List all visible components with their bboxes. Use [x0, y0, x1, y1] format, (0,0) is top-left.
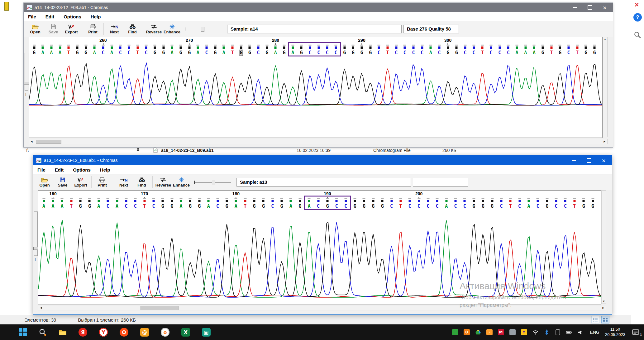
- base-call[interactable]: C: [408, 203, 411, 209]
- menu-options[interactable]: Options: [64, 14, 81, 19]
- print-button[interactable]: Print: [84, 24, 102, 34]
- maximize-button[interactable]: [588, 5, 592, 10]
- base-call[interactable]: A: [445, 203, 448, 209]
- open-button[interactable]: Open: [36, 177, 54, 187]
- base-call[interactable]: C: [498, 50, 501, 56]
- base-call[interactable]: A: [116, 203, 118, 209]
- save-button[interactable]: Save: [54, 177, 72, 187]
- base-call[interactable]: C: [438, 50, 441, 56]
- base-call[interactable]: C: [205, 50, 208, 56]
- base-call[interactable]: T: [136, 50, 139, 56]
- base-call[interactable]: G: [593, 50, 596, 56]
- base-call[interactable]: A: [207, 203, 210, 209]
- tray-orange-zero-icon[interactable]: 0: [464, 329, 470, 335]
- scroll-left-arrow[interactable]: ◄: [38, 305, 44, 310]
- base-call[interactable]: C: [403, 50, 406, 56]
- scroll-left-arrow[interactable]: ◄: [29, 139, 34, 144]
- language-indicator[interactable]: ENG: [590, 330, 599, 335]
- vertical-scrollbar[interactable]: ▲: [603, 37, 608, 137]
- base-call[interactable]: C: [119, 50, 122, 56]
- base-call[interactable]: G: [482, 203, 484, 209]
- find-button[interactable]: Find: [123, 24, 141, 34]
- vertical-scale-slider[interactable]: [34, 211, 38, 256]
- base-call[interactable]: G: [559, 50, 561, 56]
- base-call[interactable]: G: [360, 50, 363, 56]
- base-call[interactable]: G: [84, 50, 87, 56]
- base-call[interactable]: C: [271, 203, 274, 209]
- tray-green-icon[interactable]: [452, 329, 458, 335]
- titlebar[interactable]: a13_14-02-23-12_E08.ab1 - Chromas ×: [33, 155, 612, 165]
- base-call[interactable]: G: [179, 50, 182, 56]
- base-call[interactable]: G: [491, 203, 494, 209]
- chromatogram-panel[interactable]: 160170180190200 AAATGGACACCTCGGAGGACGATG…: [38, 190, 601, 304]
- scroll-right-arrow[interactable]: ►: [602, 139, 607, 144]
- base-call[interactable]: A: [93, 50, 96, 56]
- base-call[interactable]: G: [283, 50, 285, 56]
- explorer-file-row[interactable]: I\ a18_14-02-23-12_B09.ab1 16.02.2023 16…: [0, 147, 631, 155]
- tablet-icon[interactable]: [555, 329, 561, 335]
- base-call[interactable]: T: [481, 50, 484, 56]
- base-call[interactable]: T: [231, 50, 234, 56]
- base-call[interactable]: G: [88, 203, 91, 209]
- base-call[interactable]: T: [573, 203, 576, 209]
- base-call[interactable]: G: [189, 203, 192, 209]
- base-call[interactable]: A: [180, 203, 183, 209]
- base-call[interactable]: C: [421, 50, 423, 56]
- base-call[interactable]: T: [509, 203, 512, 209]
- base-call[interactable]: C: [125, 203, 127, 209]
- base-call[interactable]: C: [490, 50, 493, 56]
- file-explorer-button[interactable]: [59, 328, 67, 336]
- menu-help[interactable]: Help: [91, 14, 101, 19]
- base-call[interactable]: G: [298, 203, 301, 209]
- base-call[interactable]: C: [216, 203, 219, 209]
- menu-edit[interactable]: Edit: [45, 14, 54, 19]
- base-call[interactable]: T: [70, 203, 73, 209]
- base-call[interactable]: A: [524, 50, 527, 56]
- menu-file[interactable]: File: [37, 167, 45, 172]
- base-call[interactable]: C: [518, 203, 521, 209]
- tray-yellow-icon[interactable]: Y: [521, 329, 527, 335]
- base-call[interactable]: G: [198, 203, 201, 209]
- trace-zoom-slider[interactable]: [185, 26, 222, 32]
- base-call[interactable]: G: [214, 50, 217, 56]
- base-call[interactable]: G: [472, 203, 475, 209]
- base-call[interactable]: C: [555, 203, 558, 209]
- chromatogram-panel[interactable]: 260270280290300 GAAATGGACACCTCGGAGGACGAT…: [29, 37, 603, 138]
- base-call[interactable]: A: [235, 203, 237, 209]
- base-call[interactable]: G: [248, 50, 251, 56]
- tray-orange-dot-icon[interactable]: ·: [486, 329, 493, 335]
- excel-icon[interactable]: X: [181, 328, 190, 337]
- base-call[interactable]: A: [41, 50, 44, 56]
- base-call[interactable]: G: [153, 50, 156, 56]
- base-call[interactable]: C: [127, 50, 130, 56]
- vertical-scale-slider[interactable]: [25, 53, 28, 91]
- reverse-button[interactable]: Reverse: [154, 177, 172, 187]
- speaker-icon[interactable]: [577, 329, 583, 335]
- base-call[interactable]: C: [454, 203, 457, 209]
- base-call[interactable]: C: [500, 203, 503, 209]
- base-call[interactable]: G: [76, 50, 79, 56]
- print-button[interactable]: Print: [93, 177, 111, 187]
- base-call[interactable]: C: [567, 50, 570, 56]
- base-call[interactable]: T: [386, 50, 389, 56]
- minimize-button[interactable]: [572, 160, 576, 161]
- app-ring-icon[interactable]: o: [161, 328, 169, 337]
- base-call[interactable]: C: [134, 203, 137, 209]
- base-call[interactable]: G: [79, 203, 82, 209]
- scroll-right-arrow[interactable]: ►: [601, 305, 606, 310]
- base-call[interactable]: A: [50, 50, 53, 56]
- base-call[interactable]: G: [170, 203, 173, 209]
- base-call[interactable]: A: [274, 50, 277, 56]
- base-call[interactable]: G: [33, 50, 36, 56]
- enhance-button[interactable]: Enhance: [172, 177, 190, 187]
- horizontal-scrollbar[interactable]: ◄ ►: [29, 139, 608, 144]
- base-call[interactable]: T: [143, 203, 146, 209]
- app-teal-icon[interactable]: ▣: [202, 328, 211, 337]
- menu-edit[interactable]: Edit: [55, 167, 64, 172]
- base-call[interactable]: G: [446, 50, 449, 56]
- base-call[interactable]: C: [378, 50, 380, 56]
- base-call[interactable]: G: [225, 203, 228, 209]
- enhance-button[interactable]: Enhance: [163, 24, 181, 34]
- base-call[interactable]: A: [222, 50, 225, 56]
- magnifier-icon[interactable]: [634, 31, 641, 39]
